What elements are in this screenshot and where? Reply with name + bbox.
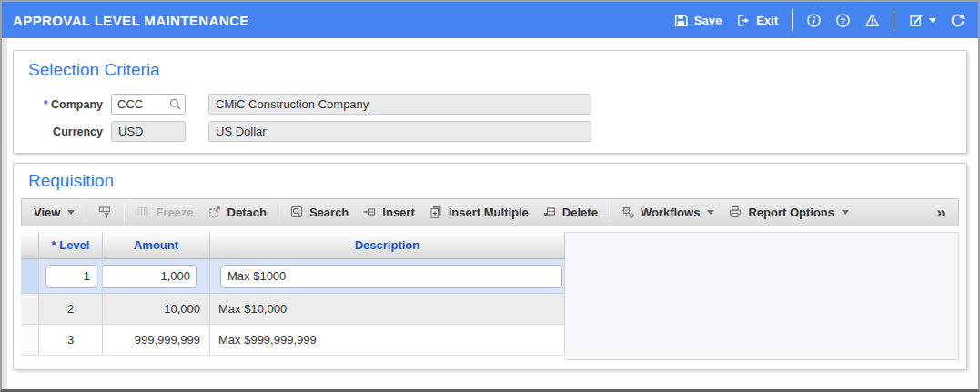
row-selector[interactable] [21, 294, 39, 324]
company-name-field: CMiC Construction Company [208, 94, 591, 115]
amount-cell[interactable]: 999,999,999 [103, 325, 210, 355]
query-by-example-button[interactable] [95, 205, 116, 220]
info-button[interactable] [806, 13, 822, 28]
currency-row: Currency USD US Dollar [26, 121, 954, 142]
save-button[interactable]: Save [673, 13, 722, 28]
level-cell[interactable]: 3 [39, 325, 103, 355]
printer-icon [728, 205, 743, 220]
header-separator [792, 9, 793, 31]
warning-icon [864, 13, 880, 28]
report-options-menu-button[interactable]: Report Options [725, 205, 852, 220]
toolbar-separator [278, 203, 278, 222]
help-icon: ? [835, 13, 851, 28]
company-field-wrap [111, 94, 186, 115]
header-separator [894, 9, 894, 31]
detach-label: Detach [227, 206, 267, 219]
toolbar-separator [86, 203, 86, 222]
currency-label: Currency [26, 126, 103, 138]
view-menu-label: View [34, 206, 60, 219]
company-label: * Company [26, 98, 103, 111]
requisition-table: * Level Amount Description [21, 232, 565, 360]
exit-button[interactable]: Exit [735, 13, 778, 28]
row-selector[interactable] [21, 259, 39, 293]
amount-cell[interactable]: 10,000 [103, 294, 210, 324]
freeze-button[interactable]: Freeze [133, 205, 196, 220]
svg-text:?: ? [841, 15, 846, 25]
delete-label: Delete [562, 206, 598, 219]
exit-button-label: Exit [756, 14, 778, 27]
table-header-row: * Level Amount Description [21, 232, 565, 259]
table-empty-area [565, 232, 959, 360]
report-options-label: Report Options [748, 206, 834, 219]
requisition-table-region: * Level Amount Description [21, 232, 959, 360]
refresh-button[interactable] [950, 13, 965, 28]
description-cell[interactable]: Max $999,999,999 [210, 325, 565, 355]
insert-label: Insert [382, 206, 414, 219]
description-input[interactable] [220, 265, 562, 288]
delete-icon [542, 205, 558, 220]
toolbar-overflow-button[interactable]: » [937, 204, 949, 222]
requisition-title: Requisition [21, 169, 959, 198]
info-icon [806, 13, 822, 28]
edit-menu-button[interactable] [908, 13, 936, 28]
requisition-section: Requisition View [13, 163, 967, 370]
currency-code-field: USD [111, 121, 186, 142]
currency-name-field: US Dollar [208, 121, 591, 142]
company-row: * Company CMiC Construction Company [26, 94, 954, 115]
delete-button[interactable]: Delete [540, 205, 601, 220]
column-header-description[interactable]: Description [210, 232, 565, 259]
filter-table-icon [97, 205, 113, 220]
workflows-label: Workflows [641, 206, 701, 219]
header-actions: Save Exit [673, 9, 965, 31]
chevron-down-icon [707, 210, 714, 215]
chevron-down-icon [67, 210, 75, 215]
row-selector-header [21, 232, 39, 259]
refresh-icon [950, 13, 965, 28]
detach-button[interactable]: Detach [205, 205, 269, 220]
toolbar-separator [609, 203, 610, 222]
insert-button[interactable]: Insert [359, 205, 417, 220]
page-title: APPROVAL LEVEL MAINTENANCE [13, 13, 249, 28]
insert-multiple-button[interactable]: Insert Multiple [426, 205, 531, 220]
amount-input[interactable] [103, 265, 197, 288]
toolbar-separator [124, 203, 125, 222]
help-button[interactable]: ? [835, 13, 851, 28]
selection-criteria-section: Selection Criteria * Company CMiC Constr… [13, 50, 967, 154]
warning-button[interactable] [864, 13, 880, 28]
search-icon[interactable] [168, 97, 182, 111]
freeze-icon [136, 205, 151, 220]
search-button[interactable]: Search [287, 205, 351, 220]
view-menu-button[interactable]: View [31, 206, 77, 219]
app-window: APPROVAL LEVEL MAINTENANCE Save [0, 0, 980, 392]
exit-icon [735, 13, 751, 28]
detach-icon [207, 205, 223, 220]
table-row-selected [21, 259, 565, 294]
chevron-down-icon [842, 210, 849, 215]
table-row: 2 10,000 Max $10,000 [21, 294, 565, 325]
left-gutter [2, 38, 7, 389]
insert-multiple-icon [429, 205, 444, 220]
search-doc-icon [289, 205, 305, 220]
freeze-label: Freeze [156, 206, 193, 219]
description-cell[interactable]: Max $10,000 [210, 294, 565, 324]
level-cell[interactable]: 2 [39, 294, 103, 324]
save-button-label: Save [694, 14, 722, 27]
edit-icon [908, 13, 924, 28]
workflows-gears-icon [621, 205, 636, 220]
requisition-toolbar: View [21, 198, 959, 226]
workflows-menu-button[interactable]: Workflows [618, 205, 718, 220]
app-header-bar: APPROVAL LEVEL MAINTENANCE Save [2, 2, 978, 38]
selection-criteria-title: Selection Criteria [26, 58, 954, 87]
save-icon [673, 13, 689, 28]
insert-multiple-label: Insert Multiple [449, 206, 529, 219]
column-header-level[interactable]: * Level [39, 232, 103, 259]
search-label: Search [309, 206, 349, 219]
column-header-amount[interactable]: Amount [103, 232, 210, 259]
chevron-down-icon [929, 18, 936, 23]
insert-icon [362, 205, 378, 220]
required-marker: * [44, 98, 48, 111]
row-selector[interactable] [21, 325, 39, 355]
table-row: 3 999,999,999 Max $999,999,999 [21, 325, 565, 356]
level-input[interactable] [45, 265, 96, 288]
